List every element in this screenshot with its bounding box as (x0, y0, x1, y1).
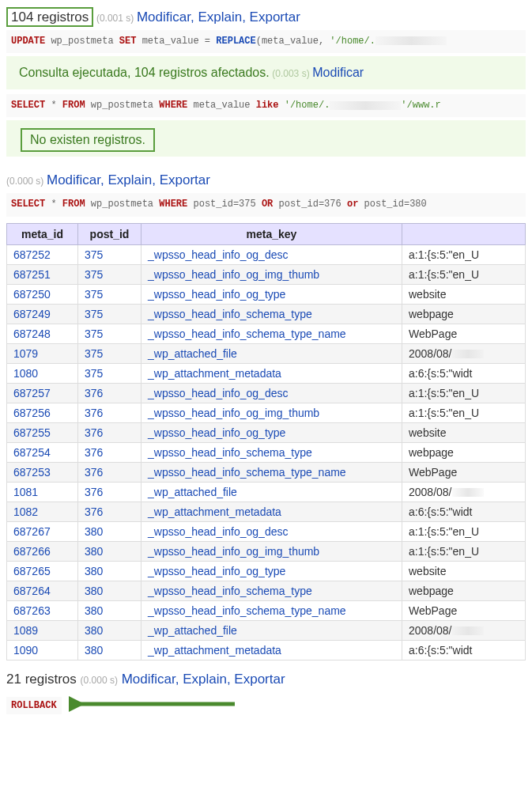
meta-id-link[interactable]: 1082 (13, 505, 38, 518)
export-link[interactable]: Exportar (234, 672, 285, 687)
meta-key-link[interactable]: _wp_attachment_metadata (148, 505, 281, 518)
result-summary-bottom: 21 registros (0.000 s) Modificar, Explai… (6, 672, 526, 687)
rollback-row: ROLLBACK (6, 691, 526, 714)
post-id-link[interactable]: 376 (85, 466, 103, 479)
table-row: 687263380_wpsso_head_info_schema_type_na… (7, 600, 526, 620)
meta-id-link[interactable]: 687264 (13, 585, 51, 597)
meta-id-link[interactable]: 687255 (13, 426, 51, 439)
meta-key-link[interactable]: _wpsso_head_info_og_desc (148, 387, 288, 399)
meta-key-link[interactable]: _wp_attached_file (148, 347, 237, 360)
meta-id-link[interactable]: 687251 (13, 268, 51, 281)
post-id-link[interactable]: 375 (85, 268, 103, 281)
post-id-link[interactable]: 375 (85, 347, 103, 360)
meta-id-link[interactable]: 687266 (13, 545, 51, 558)
meta-value-cell: a:1:{s:5:"en_U (402, 541, 526, 561)
meta-key-link[interactable]: _wpsso_head_info_schema_type (148, 585, 312, 597)
redacted-text (375, 36, 447, 45)
post-id-link[interactable]: 375 (85, 288, 103, 301)
post-id-link[interactable]: 376 (85, 505, 103, 518)
meta-key-link[interactable]: _wp_attachment_metadata (148, 367, 281, 380)
meta-key-link[interactable]: _wp_attached_file (148, 624, 237, 637)
meta-value-cell: website (402, 561, 526, 581)
post-id-link[interactable]: 375 (85, 248, 103, 261)
meta-key-link[interactable]: _wp_attachment_metadata (148, 644, 281, 657)
sql-query-update: UPDATE wp_postmeta SET meta_value = REPL… (6, 30, 526, 53)
meta-id-link[interactable]: 687256 (13, 407, 51, 419)
meta-id-link[interactable]: 1081 (13, 486, 38, 498)
meta-value-cell: 2008/08/ (402, 343, 526, 363)
meta-id-link[interactable]: 687265 (13, 565, 51, 577)
redacted-text (452, 350, 484, 358)
no-records-badge: No existen registros. (21, 128, 155, 152)
post-id-link[interactable]: 376 (85, 446, 103, 459)
meta-key-link[interactable]: _wp_attached_file (148, 486, 237, 498)
meta-key-link[interactable]: _wpsso_head_info_og_desc (148, 248, 288, 261)
table-row: 1090380_wp_attachment_metadataa:6:{s:5:"… (7, 640, 526, 660)
meta-id-link[interactable]: 687254 (13, 446, 51, 459)
export-link[interactable]: Exportar (250, 9, 300, 25)
table-row: 1080375_wp_attachment_metadataa:6:{s:5:"… (7, 363, 526, 383)
meta-id-link[interactable]: 687267 (13, 525, 51, 538)
explain-link[interactable]: Explain (198, 9, 242, 25)
post-id-link[interactable]: 376 (85, 426, 103, 439)
meta-id-link[interactable]: 687248 (13, 327, 51, 340)
col-header-post-id[interactable]: post_id (78, 223, 141, 244)
table-row: 1082376_wp_attachment_metadataa:6:{s:5:"… (7, 502, 526, 521)
modify-link[interactable]: Modificar (312, 66, 364, 79)
meta-key-link[interactable]: _wpsso_head_info_og_img_thumb (148, 407, 319, 419)
post-id-link[interactable]: 376 (85, 486, 103, 498)
sql-query-select-like: SELECT * FROM wp_postmeta WHERE meta_val… (6, 94, 526, 117)
meta-key-link[interactable]: _wpsso_head_info_og_img_thumb (148, 268, 319, 281)
meta-id-link[interactable]: 1089 (13, 624, 38, 637)
post-id-link[interactable]: 380 (85, 644, 103, 657)
explain-link[interactable]: Explain (183, 672, 227, 687)
modify-link[interactable]: Modificar (47, 172, 100, 187)
meta-id-link[interactable]: 687252 (13, 248, 51, 261)
timing-text: (0.001 s) (96, 13, 134, 24)
post-id-link[interactable]: 380 (85, 565, 103, 577)
meta-key-link[interactable]: _wpsso_head_info_og_img_thumb (148, 545, 319, 558)
modify-link[interactable]: Modificar (137, 9, 191, 25)
post-id-link[interactable]: 380 (85, 545, 103, 558)
post-id-link[interactable]: 375 (85, 367, 103, 380)
meta-id-link[interactable]: 1080 (13, 367, 38, 380)
explain-link[interactable]: Explain (108, 172, 152, 187)
meta-key-link[interactable]: _wpsso_head_info_schema_type_name (148, 327, 346, 340)
meta-key-link[interactable]: _wpsso_head_info_og_type (148, 426, 285, 439)
post-id-link[interactable]: 375 (85, 327, 103, 340)
meta-id-link[interactable]: 687250 (13, 288, 51, 301)
col-header-value[interactable] (402, 223, 526, 244)
post-id-link[interactable]: 380 (85, 604, 103, 617)
post-id-link[interactable]: 380 (85, 525, 103, 538)
post-id-link[interactable]: 380 (85, 624, 103, 637)
table-row: 687251375_wpsso_head_info_og_img_thumba:… (7, 264, 526, 284)
redacted-text (452, 626, 484, 635)
post-id-link[interactable]: 376 (85, 407, 103, 419)
meta-id-link[interactable]: 1090 (13, 644, 38, 657)
meta-key-link[interactable]: _wpsso_head_info_og_type (148, 288, 285, 301)
meta-id-link[interactable]: 687263 (13, 604, 51, 617)
col-header-meta-key[interactable]: meta_key (141, 223, 402, 244)
rollback-statement: ROLLBACK (6, 697, 62, 714)
meta-key-link[interactable]: _wpsso_head_info_schema_type_name (148, 604, 346, 617)
meta-value-cell: 2008/08/ (402, 620, 526, 640)
meta-key-link[interactable]: _wpsso_head_info_schema_type_name (148, 466, 346, 479)
post-id-link[interactable]: 376 (85, 387, 103, 399)
meta-id-link[interactable]: 687257 (13, 387, 51, 399)
meta-id-link[interactable]: 687249 (13, 308, 51, 320)
meta-value-cell: 2008/08/ (402, 482, 526, 502)
meta-key-link[interactable]: _wpsso_head_info_og_type (148, 565, 285, 577)
export-link[interactable]: Exportar (160, 172, 210, 187)
meta-key-link[interactable]: _wpsso_head_info_schema_type (148, 446, 312, 459)
success-message-box: Consulta ejecutada, 104 registros afecta… (6, 56, 526, 89)
meta-id-link[interactable]: 687253 (13, 466, 51, 479)
meta-id-link[interactable]: 1079 (13, 347, 38, 360)
post-id-link[interactable]: 380 (85, 585, 103, 597)
post-id-link[interactable]: 375 (85, 308, 103, 320)
table-row: 687252375_wpsso_head_info_og_desca:1:{s:… (7, 244, 526, 264)
table-row: 1089380_wp_attached_file2008/08/ (7, 620, 526, 640)
meta-key-link[interactable]: _wpsso_head_info_schema_type (148, 308, 312, 320)
meta-key-link[interactable]: _wpsso_head_info_og_desc (148, 525, 288, 538)
modify-link[interactable]: Modificar (122, 672, 175, 687)
col-header-meta-id[interactable]: meta_id (7, 223, 78, 244)
